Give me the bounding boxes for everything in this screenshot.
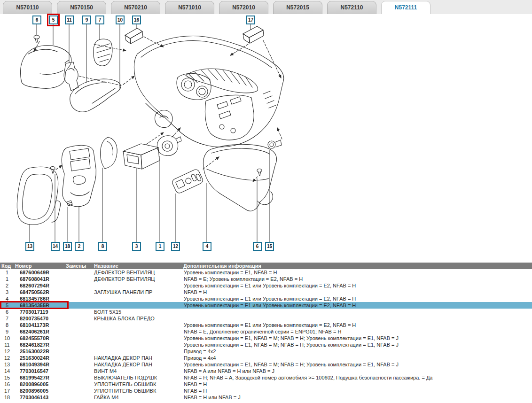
table-row[interactable]: 1687608041RДЕФЛЕКТОР ВЕНТИЛЯЦNFAB = E; У… — [0, 276, 532, 282]
table-row[interactable]: 12251630024RНАКЛАДКА ДЕКОР ПАНПривод = 4… — [0, 355, 532, 361]
callout-8[interactable]: 8 — [98, 242, 107, 251]
cell-name: НАКЛАДКА ДЕКОР ПАН — [93, 355, 182, 361]
callout-9[interactable]: 9 — [82, 16, 91, 24]
callout-6[interactable]: 6 — [32, 16, 41, 24]
cell-code: 12 — [0, 355, 14, 361]
callout-15[interactable]: 15 — [265, 242, 274, 251]
cell-num: 8200735470 — [14, 315, 65, 322]
table-row[interactable]: 67703017119БОЛТ 5X15 — [0, 309, 532, 315]
table-row[interactable]: 168200896005УПЛОТНИТЕЛЬ ОБШИВКNFAB = H — [0, 381, 532, 388]
callout-13[interactable]: 13 — [25, 242, 34, 251]
callout-18[interactable]: 18 — [63, 242, 72, 251]
table-row[interactable]: 8681041173RУровень комплектации = E1 или… — [0, 322, 532, 328]
table-row[interactable]: 10682455570RУровень комплектации = E1, N… — [0, 335, 532, 341]
part-vent-panel — [94, 39, 112, 66]
table-row[interactable]: 147703016547ВИНТ M4NFAB = A или NFAB = H… — [0, 368, 532, 374]
cell-code: 10 — [0, 335, 14, 341]
callout-6[interactable]: 6 — [253, 242, 262, 251]
cell-name: ГАЙКА M4 — [93, 394, 182, 401]
table-row[interactable]: 12251630022RПривод = 4x2 — [0, 348, 532, 355]
cell-info: Привод = 4x2 — [182, 348, 532, 355]
cell-info — [182, 309, 532, 315]
callout-7[interactable]: 7 — [95, 16, 104, 24]
cell-code: 6 — [0, 309, 14, 315]
cell-num: 251630024R — [14, 355, 65, 361]
callout-4[interactable]: 4 — [203, 242, 211, 251]
cell-num: 687608041R — [14, 276, 65, 282]
cell-name: ЗАГЛУШКА ПАНЕЛИ ПР — [93, 289, 182, 295]
cell-num: 7703016547 — [14, 368, 65, 374]
tab-N572015[interactable]: N572015 — [273, 1, 322, 14]
cell-name — [93, 341, 182, 348]
cell-num: 8200896005 — [14, 381, 65, 388]
callout-5[interactable]: 5 — [49, 16, 58, 24]
cell-code: 4 — [0, 295, 14, 302]
table-row[interactable]: 78200735470КРЫШКА БЛОКА ПРЕДО — [0, 315, 532, 322]
tab-N572111[interactable]: N572111 — [381, 1, 430, 14]
cell-code: 17 — [0, 388, 14, 394]
header-cell: Дополнительная информация — [182, 263, 532, 269]
part-box-16 — [125, 28, 143, 44]
header-cell: Замены — [65, 263, 93, 269]
cell-rep — [65, 381, 93, 388]
table-row[interactable]: 1687600649RДЕФЛЕКТОР ВЕНТИЛЯЦУровень ком… — [0, 269, 532, 276]
callout-10[interactable]: 10 — [116, 16, 125, 24]
cell-code: 2 — [0, 282, 14, 289]
cell-name: ВИНТ M4 — [93, 368, 182, 374]
cell-name: КРЫШКА БЛОКА ПРЕДО — [93, 315, 182, 322]
table-row[interactable]: 9682406261RNFAB = E, Дополнение ограниче… — [0, 328, 532, 335]
tab-N570110[interactable]: N570110 — [3, 1, 52, 14]
table-row[interactable]: 3684750562RЗАГЛУШКА ПАНЕЛИ ПРNFAB = H — [0, 289, 532, 295]
tab-N571010[interactable]: N571010 — [165, 1, 214, 14]
cell-info: NFAB = H — [182, 289, 532, 295]
tab-N572010[interactable]: N572010 — [219, 1, 268, 14]
parts-table: КодНомерЗаменыНазваниеДополнительная инф… — [0, 263, 532, 401]
callout-16[interactable]: 16 — [132, 16, 141, 24]
cell-rep — [65, 394, 93, 401]
table-row[interactable]: 4681345786RУровень комплектации = E1 или… — [0, 295, 532, 302]
cell-code: 1 — [0, 269, 14, 276]
callout-12[interactable]: 12 — [171, 242, 180, 251]
cell-num: 8200896005 — [14, 388, 65, 394]
tab-N570150[interactable]: N570150 — [57, 1, 106, 14]
cell-name — [93, 348, 182, 355]
callout-11[interactable]: 11 — [65, 16, 74, 24]
callout-1[interactable]: 1 — [156, 242, 164, 251]
callout-17[interactable]: 17 — [246, 16, 255, 24]
table-row[interactable]: 5681354355RУровень комплектации = E1 или… — [0, 302, 532, 309]
table-row[interactable]: 11682461827RУровень комплектации = E1, N… — [0, 341, 532, 348]
callout-14[interactable]: 14 — [51, 242, 60, 251]
table-row[interactable]: 178200896005УПЛОТНИТЕЛЬ ОБШИВКNFAB = H — [0, 388, 532, 394]
cell-name: ВЫКЛЮЧАТЕЛЬ ПОДУШК — [93, 374, 182, 381]
cell-name — [93, 322, 182, 328]
cell-num: 682607294R — [14, 282, 65, 289]
cell-name: ДЕФЛЕКТОР ВЕНТИЛЯЦ — [93, 276, 182, 282]
table-row[interactable]: 13681049394RНАКЛАДКА ДЕКОР ПАНУровень ко… — [0, 361, 532, 368]
part-socket — [268, 140, 282, 148]
callout-3[interactable]: 3 — [132, 242, 141, 251]
callout-2[interactable]: 2 — [75, 242, 84, 251]
part-storage-bin — [123, 144, 159, 169]
table-row[interactable]: 187703046143ГАЙКА M4NFAB = H или NFAB = … — [0, 394, 532, 401]
table-header: КодНомерЗаменыНазваниеДополнительная инф… — [0, 263, 532, 269]
cell-info: Привод = 4x4 — [182, 355, 532, 361]
part-box-17 — [243, 26, 264, 43]
part-switch-panel — [171, 168, 204, 194]
part-console-trim — [62, 145, 96, 206]
part-screw-top — [34, 35, 39, 52]
cell-code: 5 — [0, 302, 14, 309]
cell-rep — [65, 361, 93, 368]
table-row[interactable]: 15681995427RВЫКЛЮЧАТЕЛЬ ПОДУШКNFAB = H; … — [0, 374, 532, 381]
cell-num: 682406261R — [14, 328, 65, 335]
tab-N572110[interactable]: N572110 — [327, 1, 376, 14]
tab-N570210[interactable]: N570210 — [111, 1, 160, 14]
cell-name: БОЛТ 5X15 — [93, 309, 182, 315]
cell-info: NFAB = H — [182, 388, 532, 394]
table-row[interactable]: 2682607294RУровень комплектации = E1 или… — [0, 282, 532, 289]
cell-name: НАКЛАДКА ДЕКОР ПАН — [93, 361, 182, 368]
cell-num: 682461827R — [14, 341, 65, 348]
cell-name — [93, 295, 182, 302]
cell-num: 7703017119 — [14, 309, 65, 315]
cell-code: 12 — [0, 348, 14, 355]
cell-code: 14 — [0, 368, 14, 374]
